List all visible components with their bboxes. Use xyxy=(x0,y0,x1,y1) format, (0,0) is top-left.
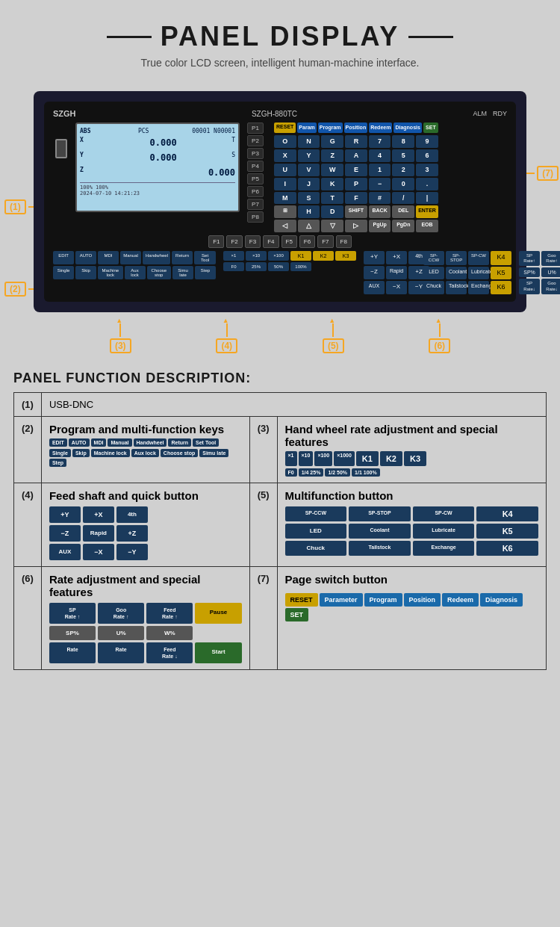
p3-btn[interactable]: P3 xyxy=(247,148,264,159)
mk-x100[interactable]: ×100 xyxy=(314,451,332,466)
key-v[interactable]: V xyxy=(298,164,320,176)
k2-btn[interactable]: K2 xyxy=(313,251,334,261)
key-5[interactable]: 5 xyxy=(392,149,414,162)
sp-pct[interactable]: SP% xyxy=(519,267,540,277)
goo-rate-dn[interactable]: GooRate↓ xyxy=(541,279,560,294)
tailstock-btn[interactable]: Tailstock xyxy=(446,281,467,294)
mk-manual[interactable]: Manual xyxy=(108,438,131,447)
usb-port[interactable] xyxy=(55,139,67,158)
mk-sp-pct[interactable]: SP% xyxy=(49,626,96,640)
mk-tailstock[interactable]: Tailstock xyxy=(349,541,411,556)
key-a[interactable]: A xyxy=(345,149,367,162)
x1-btn[interactable]: ×1 xyxy=(223,251,244,261)
key-h[interactable]: H xyxy=(298,205,320,218)
mk-chuck[interactable]: Chuck xyxy=(285,541,347,556)
u-pct[interactable]: U% xyxy=(541,267,560,277)
key-m[interactable]: M xyxy=(274,192,296,205)
mk-sp-stop[interactable]: SP-STOP xyxy=(349,506,411,521)
key-backslash[interactable]: | xyxy=(416,192,438,205)
key-shift[interactable]: SHIFT xyxy=(345,205,367,218)
key-pgup[interactable]: PgUp xyxy=(369,220,391,232)
mk-led[interactable]: LED xyxy=(285,524,347,539)
lubricate-btn[interactable]: Lubricate xyxy=(468,267,489,279)
key-hash[interactable]: # xyxy=(369,192,391,205)
p8-btn[interactable]: P8 xyxy=(247,211,264,223)
key-s[interactable]: S xyxy=(298,192,320,205)
param-key[interactable]: Param xyxy=(297,123,316,133)
mk-K4[interactable]: K4 xyxy=(476,506,538,521)
key-d[interactable]: D xyxy=(321,205,343,218)
p4-btn[interactable]: P4 xyxy=(247,161,264,172)
sp-cw[interactable]: SP-CW xyxy=(468,251,489,265)
edit-btn[interactable]: EDIT xyxy=(53,251,74,264)
rate100-btn[interactable]: 100% xyxy=(290,262,311,271)
key-o[interactable]: O xyxy=(274,135,296,148)
key-y[interactable]: Y xyxy=(298,149,320,162)
mk-50[interactable]: 1/2 50% xyxy=(325,468,350,477)
mk-mdi[interactable]: MDI xyxy=(91,438,107,447)
mk-pause[interactable]: Pause xyxy=(195,603,241,624)
f7-btn[interactable]: F7 xyxy=(317,235,333,248)
mk-feed-rate-up[interactable]: FeedRate ↑ xyxy=(146,603,193,624)
mk-sp-ccw[interactable]: SP-CCW xyxy=(285,506,347,521)
key-x[interactable]: X xyxy=(274,149,296,162)
key-8[interactable]: 8 xyxy=(392,135,414,148)
skip-btn[interactable]: Skip xyxy=(75,266,96,279)
k3-btn[interactable]: K3 xyxy=(335,251,356,261)
f5-btn[interactable]: F5 xyxy=(281,235,297,248)
mk-sp-rate-dn[interactable]: Rate xyxy=(49,642,96,663)
rate50-btn[interactable]: 50% xyxy=(268,262,289,271)
ps-reset[interactable]: RESET xyxy=(285,593,318,607)
rate25-btn[interactable]: 25% xyxy=(246,262,267,271)
key-fwdslash[interactable]: / xyxy=(392,192,414,205)
key-minus[interactable]: − xyxy=(369,178,391,190)
key-1[interactable]: 1 xyxy=(369,164,391,176)
f4-btn[interactable]: F4 xyxy=(263,235,279,248)
mk-skip[interactable]: Skip xyxy=(72,449,90,457)
mk-x1000[interactable]: ×1000 xyxy=(334,451,355,466)
plus-x[interactable]: +X xyxy=(386,251,407,264)
key-j[interactable]: J xyxy=(298,178,320,190)
handwheel-btn[interactable]: Handwheel xyxy=(143,251,170,264)
k6-btn[interactable]: K6 xyxy=(491,281,511,294)
mk-edit[interactable]: EDIT xyxy=(49,438,67,447)
mk-u-pct[interactable]: U% xyxy=(98,626,144,640)
ps-parameter[interactable]: Parameter xyxy=(320,593,363,607)
mk-K6[interactable]: K6 xyxy=(476,541,538,556)
key-6[interactable]: 6 xyxy=(416,149,438,162)
key-g[interactable]: G xyxy=(321,135,343,148)
exchange-btn[interactable]: Exchange xyxy=(468,281,489,294)
ps-diagnosis[interactable]: Diagnosis xyxy=(480,593,523,607)
mk-step[interactable]: Step xyxy=(49,459,66,467)
x10-btn[interactable]: ×10 xyxy=(246,251,267,261)
f2-btn[interactable]: F2 xyxy=(226,235,242,248)
mk-return[interactable]: Return xyxy=(168,438,191,447)
key-2[interactable]: 2 xyxy=(392,164,414,176)
rapid-btn[interactable]: Rapid xyxy=(386,266,407,279)
mk-w-pct[interactable]: W% xyxy=(146,626,193,640)
sp-rate-up[interactable]: SPRate↑ xyxy=(519,251,540,266)
mk-25[interactable]: 1/4 25% xyxy=(299,468,324,477)
mk-sp-cw[interactable]: SP-CW xyxy=(413,506,475,521)
reset-key[interactable]: RESET xyxy=(274,123,296,133)
mdi-btn[interactable]: MDI xyxy=(98,251,119,264)
mk-auxlock[interactable]: Aux lock xyxy=(131,449,159,457)
mk-lubricate[interactable]: Lubricate xyxy=(413,524,475,539)
single-btn[interactable]: Single xyxy=(53,266,74,279)
led-btn[interactable]: LED xyxy=(423,267,444,279)
key-u[interactable]: U xyxy=(274,164,296,176)
key-nav2[interactable]: △ xyxy=(298,220,320,232)
manual-btn[interactable]: Manual xyxy=(120,251,141,264)
mk-x1[interactable]: ×1 xyxy=(285,451,297,466)
key-p[interactable]: P xyxy=(345,178,367,190)
set-key[interactable]: SET xyxy=(423,123,438,133)
position-key[interactable]: Position xyxy=(344,123,368,133)
sp-stop[interactable]: SP-STOP xyxy=(446,251,467,265)
mk-simul[interactable]: Simu late xyxy=(199,449,228,457)
simul-btn[interactable]: Simu late xyxy=(172,266,193,279)
key-back[interactable]: BACK xyxy=(369,205,391,218)
fk-aux[interactable]: AUX xyxy=(49,544,81,560)
key-3[interactable]: 3 xyxy=(416,164,438,176)
p2-btn[interactable]: P2 xyxy=(247,135,264,146)
sp-ccw[interactable]: SP-CCW xyxy=(423,251,444,265)
